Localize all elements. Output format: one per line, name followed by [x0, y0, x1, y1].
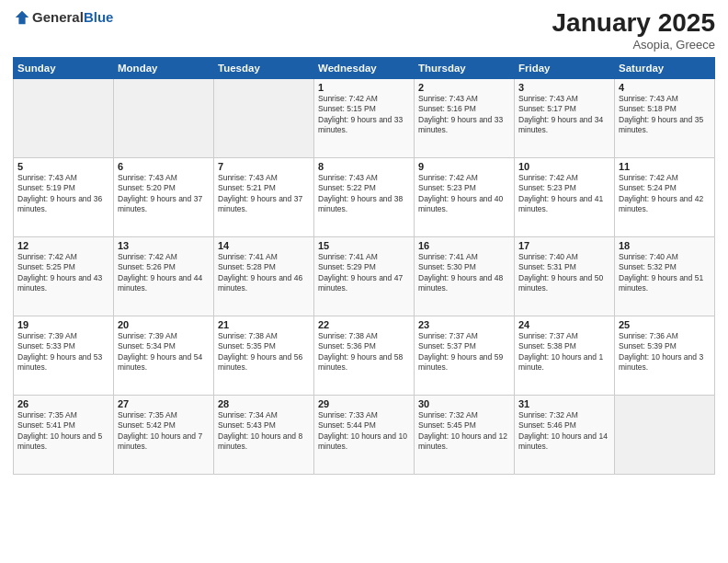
- week-row-2: 5Sunrise: 7:43 AM Sunset: 5:19 PM Daylig…: [14, 157, 715, 236]
- calendar-cell: [114, 78, 214, 157]
- calendar-cell: 12Sunrise: 7:42 AM Sunset: 5:25 PM Dayli…: [14, 236, 114, 316]
- week-row-3: 12Sunrise: 7:42 AM Sunset: 5:25 PM Dayli…: [14, 236, 715, 316]
- calendar-cell: 14Sunrise: 7:41 AM Sunset: 5:28 PM Dayli…: [214, 236, 314, 316]
- calendar-cell: 23Sunrise: 7:37 AM Sunset: 5:37 PM Dayli…: [415, 316, 515, 395]
- day-number: 21: [218, 319, 310, 330]
- page: GeneralBlue January 2025 Asopia, Greece …: [0, 0, 728, 563]
- day-info: Sunrise: 7:32 AM Sunset: 5:45 PM Dayligh…: [418, 410, 510, 453]
- calendar-cell: 31Sunrise: 7:32 AM Sunset: 5:46 PM Dayli…: [515, 395, 615, 474]
- weekday-header-friday: Friday: [515, 57, 615, 78]
- day-number: 30: [418, 398, 510, 409]
- day-number: 12: [17, 240, 109, 251]
- calendar-cell: 15Sunrise: 7:41 AM Sunset: 5:29 PM Dayli…: [314, 236, 415, 316]
- calendar-cell: 19Sunrise: 7:39 AM Sunset: 5:33 PM Dayli…: [14, 316, 114, 395]
- calendar-cell: [214, 78, 314, 157]
- weekday-header-tuesday: Tuesday: [214, 57, 314, 78]
- day-number: 22: [318, 319, 410, 330]
- weekday-header-wednesday: Wednesday: [314, 57, 415, 78]
- day-info: Sunrise: 7:42 AM Sunset: 5:23 PM Dayligh…: [518, 173, 610, 215]
- day-info: Sunrise: 7:42 AM Sunset: 5:15 PM Dayligh…: [318, 94, 410, 136]
- day-info: Sunrise: 7:43 AM Sunset: 5:18 PM Dayligh…: [619, 94, 711, 136]
- calendar-cell: 25Sunrise: 7:36 AM Sunset: 5:39 PM Dayli…: [615, 316, 715, 395]
- calendar-cell: 22Sunrise: 7:38 AM Sunset: 5:36 PM Dayli…: [314, 316, 415, 395]
- day-number: 5: [17, 161, 109, 172]
- location-subtitle: Asopia, Greece: [552, 38, 715, 52]
- calendar-cell: 4Sunrise: 7:43 AM Sunset: 5:18 PM Daylig…: [615, 78, 715, 157]
- day-number: 17: [518, 240, 610, 251]
- calendar-cell: 2Sunrise: 7:43 AM Sunset: 5:16 PM Daylig…: [415, 78, 515, 157]
- day-number: 28: [218, 398, 310, 409]
- weekday-header-sunday: Sunday: [14, 57, 114, 78]
- calendar-table: SundayMondayTuesdayWednesdayThursdayFrid…: [13, 57, 715, 475]
- day-number: 26: [17, 398, 109, 409]
- calendar-cell: 18Sunrise: 7:40 AM Sunset: 5:32 PM Dayli…: [615, 236, 715, 316]
- day-number: 31: [518, 398, 610, 409]
- calendar-body: 1Sunrise: 7:42 AM Sunset: 5:15 PM Daylig…: [14, 78, 715, 474]
- day-info: Sunrise: 7:33 AM Sunset: 5:44 PM Dayligh…: [318, 410, 410, 453]
- day-info: Sunrise: 7:41 AM Sunset: 5:30 PM Dayligh…: [418, 252, 510, 294]
- day-info: Sunrise: 7:39 AM Sunset: 5:34 PM Dayligh…: [118, 331, 210, 373]
- calendar-cell: 27Sunrise: 7:35 AM Sunset: 5:42 PM Dayli…: [114, 395, 214, 474]
- day-info: Sunrise: 7:37 AM Sunset: 5:38 PM Dayligh…: [518, 331, 610, 373]
- day-info: Sunrise: 7:35 AM Sunset: 5:41 PM Dayligh…: [17, 410, 109, 453]
- month-title: January 2025: [552, 9, 715, 38]
- week-row-4: 19Sunrise: 7:39 AM Sunset: 5:33 PM Dayli…: [14, 316, 715, 395]
- calendar-cell: [615, 395, 715, 474]
- day-number: 10: [518, 161, 610, 172]
- day-number: 27: [118, 398, 210, 409]
- day-number: 16: [418, 240, 510, 251]
- day-info: Sunrise: 7:40 AM Sunset: 5:31 PM Dayligh…: [518, 252, 610, 294]
- day-number: 8: [318, 161, 410, 172]
- calendar-cell: 1Sunrise: 7:42 AM Sunset: 5:15 PM Daylig…: [314, 78, 415, 157]
- day-number: 23: [418, 319, 510, 330]
- calendar-cell: 3Sunrise: 7:43 AM Sunset: 5:17 PM Daylig…: [515, 78, 615, 157]
- day-info: Sunrise: 7:43 AM Sunset: 5:16 PM Dayligh…: [418, 94, 510, 136]
- day-info: Sunrise: 7:34 AM Sunset: 5:43 PM Dayligh…: [218, 410, 310, 453]
- calendar-cell: 17Sunrise: 7:40 AM Sunset: 5:31 PM Dayli…: [515, 236, 615, 316]
- day-number: 15: [318, 240, 410, 251]
- day-info: Sunrise: 7:43 AM Sunset: 5:22 PM Dayligh…: [318, 173, 410, 215]
- weekday-header-monday: Monday: [114, 57, 214, 78]
- day-number: 1: [318, 82, 410, 93]
- calendar-cell: 10Sunrise: 7:42 AM Sunset: 5:23 PM Dayli…: [515, 157, 615, 236]
- weekday-row: SundayMondayTuesdayWednesdayThursdayFrid…: [14, 57, 715, 78]
- day-number: 20: [118, 319, 210, 330]
- day-info: Sunrise: 7:35 AM Sunset: 5:42 PM Dayligh…: [118, 410, 210, 453]
- weekday-header-saturday: Saturday: [615, 57, 715, 78]
- calendar-cell: 21Sunrise: 7:38 AM Sunset: 5:35 PM Dayli…: [214, 316, 314, 395]
- calendar-cell: 6Sunrise: 7:43 AM Sunset: 5:20 PM Daylig…: [114, 157, 214, 236]
- day-number: 25: [619, 319, 711, 330]
- day-info: Sunrise: 7:43 AM Sunset: 5:19 PM Dayligh…: [17, 173, 109, 215]
- header: GeneralBlue January 2025 Asopia, Greece: [13, 9, 715, 52]
- day-number: 18: [619, 240, 711, 251]
- day-number: 6: [118, 161, 210, 172]
- day-info: Sunrise: 7:39 AM Sunset: 5:33 PM Dayligh…: [17, 331, 109, 373]
- day-info: Sunrise: 7:43 AM Sunset: 5:20 PM Dayligh…: [118, 173, 210, 215]
- calendar-header: SundayMondayTuesdayWednesdayThursdayFrid…: [14, 57, 715, 78]
- logo: GeneralBlue: [13, 9, 113, 26]
- calendar-cell: 30Sunrise: 7:32 AM Sunset: 5:45 PM Dayli…: [415, 395, 515, 474]
- day-info: Sunrise: 7:37 AM Sunset: 5:37 PM Dayligh…: [418, 331, 510, 373]
- day-number: 7: [218, 161, 310, 172]
- calendar-cell: 16Sunrise: 7:41 AM Sunset: 5:30 PM Dayli…: [415, 236, 515, 316]
- calendar-cell: [14, 78, 114, 157]
- day-info: Sunrise: 7:42 AM Sunset: 5:26 PM Dayligh…: [118, 252, 210, 294]
- calendar-cell: 7Sunrise: 7:43 AM Sunset: 5:21 PM Daylig…: [214, 157, 314, 236]
- calendar-cell: 29Sunrise: 7:33 AM Sunset: 5:44 PM Dayli…: [314, 395, 415, 474]
- day-info: Sunrise: 7:43 AM Sunset: 5:21 PM Dayligh…: [218, 173, 310, 215]
- calendar-cell: 8Sunrise: 7:43 AM Sunset: 5:22 PM Daylig…: [314, 157, 415, 236]
- logo-general: GeneralBlue: [32, 9, 113, 26]
- day-info: Sunrise: 7:41 AM Sunset: 5:28 PM Dayligh…: [218, 252, 310, 294]
- calendar-cell: 11Sunrise: 7:42 AM Sunset: 5:24 PM Dayli…: [615, 157, 715, 236]
- day-info: Sunrise: 7:42 AM Sunset: 5:24 PM Dayligh…: [619, 173, 711, 215]
- weekday-header-thursday: Thursday: [415, 57, 515, 78]
- day-info: Sunrise: 7:32 AM Sunset: 5:46 PM Dayligh…: [518, 410, 610, 453]
- day-info: Sunrise: 7:40 AM Sunset: 5:32 PM Dayligh…: [619, 252, 711, 294]
- day-info: Sunrise: 7:41 AM Sunset: 5:29 PM Dayligh…: [318, 252, 410, 294]
- calendar-cell: 28Sunrise: 7:34 AM Sunset: 5:43 PM Dayli…: [214, 395, 314, 474]
- day-info: Sunrise: 7:42 AM Sunset: 5:23 PM Dayligh…: [418, 173, 510, 215]
- day-number: 29: [318, 398, 410, 409]
- day-number: 3: [518, 82, 610, 93]
- week-row-1: 1Sunrise: 7:42 AM Sunset: 5:15 PM Daylig…: [14, 78, 715, 157]
- calendar-cell: 20Sunrise: 7:39 AM Sunset: 5:34 PM Dayli…: [114, 316, 214, 395]
